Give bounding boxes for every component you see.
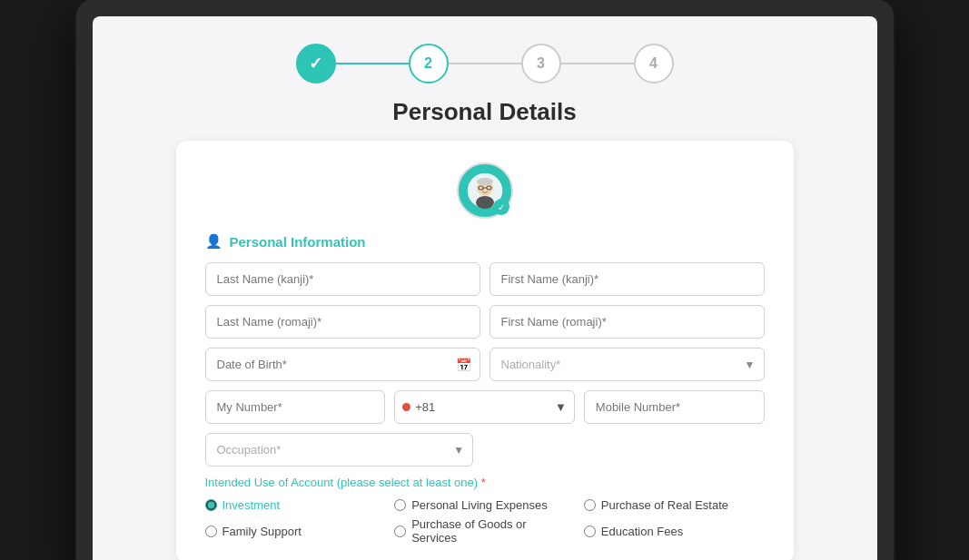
option-education-fees[interactable]: Education Fees	[584, 517, 765, 545]
avatar-container: ✓	[205, 162, 765, 219]
option-investment[interactable]: Investment	[205, 498, 386, 512]
page-title: Personal Details	[111, 98, 859, 126]
my-number-input[interactable]	[205, 390, 386, 424]
svg-point-3	[477, 178, 493, 185]
intended-use-options: Investment Personal Living Expenses Purc…	[205, 498, 765, 545]
step-3: 3	[521, 44, 561, 84]
phone-row: +81 ▼	[205, 390, 765, 424]
last-name-kanji-input[interactable]	[205, 262, 480, 296]
phone-flag-dot	[402, 403, 410, 411]
first-name-romaji-input[interactable]	[489, 305, 765, 339]
intended-use-label: Intended Use of Account (please select a…	[205, 476, 765, 489]
occupation-wrapper: Occupation* Employed Self-employed Stude…	[205, 433, 474, 467]
nationality-wrapper: Nationality* Japanese Other ▼	[489, 348, 765, 381]
section-title: 👤 Personal Information	[205, 233, 765, 250]
option-personal-living[interactable]: Personal Living Expenses	[394, 498, 575, 512]
dob-input[interactable]	[205, 348, 480, 381]
first-name-kanji-input[interactable]	[489, 262, 765, 296]
avatar: ✓	[457, 162, 513, 219]
occupation-select[interactable]: Occupation* Employed Self-employed Stude…	[205, 433, 474, 467]
occupation-row: Occupation* Employed Self-employed Stude…	[205, 433, 765, 467]
step-1: ✓	[296, 44, 336, 84]
step-2: 2	[409, 44, 449, 84]
step-line-2	[449, 63, 521, 64]
dob-nationality-row: 📅 Nationality* Japanese Other ▼	[205, 348, 765, 381]
phone-chevron-icon: ▼	[555, 400, 567, 414]
screen-bezel: ✓ 2 3 4 Personal Details	[76, 0, 894, 560]
progress-stepper: ✓ 2 3 4	[111, 44, 859, 84]
option-goods-services[interactable]: Purchase of Goods or Services	[394, 517, 575, 545]
step-line-3	[561, 63, 634, 64]
step-line-1	[336, 63, 409, 64]
name-romaji-row	[205, 305, 765, 339]
step-4: 4	[634, 44, 674, 84]
laptop-container: ✓ 2 3 4 Personal Details	[76, 0, 894, 560]
phone-prefix-select[interactable]: +81 ▼	[394, 390, 575, 424]
form-card: ✓ 👤 Personal Information	[176, 141, 794, 560]
option-real-estate[interactable]: Purchase of Real Estate	[584, 498, 765, 512]
svg-point-1	[476, 196, 494, 209]
name-kanji-row	[205, 262, 765, 296]
person-icon: 👤	[205, 233, 222, 250]
option-family-support[interactable]: Family Support	[205, 517, 386, 545]
dob-wrapper: 📅	[205, 348, 480, 381]
avatar-badge: ✓	[493, 199, 509, 215]
screen-content: ✓ 2 3 4 Personal Details	[93, 16, 877, 560]
nationality-select[interactable]: Nationality* Japanese Other	[489, 348, 765, 381]
calendar-icon: 📅	[456, 358, 471, 372]
last-name-romaji-input[interactable]	[205, 305, 480, 339]
mobile-number-input[interactable]	[584, 390, 765, 424]
